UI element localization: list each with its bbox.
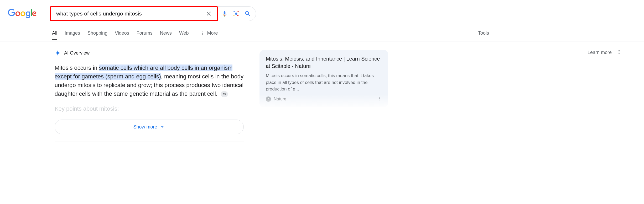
source-card-menu-button[interactable] [377, 96, 382, 102]
search-button[interactable] [244, 10, 251, 17]
more-dots-icon [200, 31, 205, 36]
tab-web[interactable]: Web [179, 30, 189, 40]
tab-all[interactable]: All [52, 30, 57, 40]
source-card[interactable]: Mitosis, Meiosis, and Inheritance | Lear… [259, 50, 388, 107]
svg-point-6 [619, 51, 619, 52]
svg-point-10 [379, 99, 380, 100]
kebab-icon [616, 49, 622, 55]
tab-forums[interactable]: Forums [137, 30, 153, 40]
source-card-title: Mitosis, Meiosis, and Inheritance | Lear… [266, 55, 382, 70]
divider [55, 142, 244, 142]
tab-news[interactable]: News [160, 30, 172, 40]
svg-point-8 [379, 97, 380, 98]
tab-videos[interactable]: Videos [115, 30, 129, 40]
close-icon [205, 10, 212, 17]
google-logo[interactable] [8, 8, 37, 20]
ai-overview-text: Mitosis occurs in somatic cells which ar… [55, 63, 246, 98]
citation-link-badge[interactable] [221, 91, 228, 97]
kebab-icon [377, 96, 382, 101]
search-box[interactable] [50, 6, 218, 21]
chevron-down-icon [159, 124, 165, 130]
source-card-snippet: Mitosis occurs in somatic cells; this me… [266, 72, 382, 93]
learn-more-link[interactable]: Learn more [588, 50, 612, 55]
tab-images[interactable]: Images [65, 30, 80, 40]
svg-point-0 [235, 13, 237, 15]
microphone-icon [221, 10, 228, 17]
overflow-menu-button[interactable] [616, 49, 622, 56]
clear-button[interactable] [204, 9, 214, 19]
tab-shopping[interactable]: Shopping [87, 30, 107, 40]
tools-link[interactable]: Tools [478, 30, 489, 40]
show-more-button[interactable]: Show more [55, 120, 244, 134]
svg-point-2 [202, 31, 203, 32]
source-favicon: n [266, 96, 271, 102]
search-input[interactable] [56, 10, 204, 17]
svg-point-5 [619, 50, 619, 51]
image-search-button[interactable] [233, 10, 240, 17]
link-icon [222, 92, 226, 96]
svg-point-4 [202, 34, 203, 35]
key-points-heading: Key points about mitosis: [55, 105, 246, 112]
ai-overview-title: AI Overview [64, 50, 90, 56]
svg-point-3 [202, 33, 203, 34]
lens-icon [233, 10, 240, 17]
source-name: Nature [274, 97, 286, 101]
svg-point-9 [379, 98, 380, 99]
svg-point-7 [619, 53, 619, 54]
voice-search-button[interactable] [221, 10, 228, 17]
sparkle-icon [55, 50, 61, 56]
svg-point-1 [237, 15, 238, 16]
tab-more[interactable]: More [200, 30, 218, 40]
search-icon [244, 10, 251, 17]
